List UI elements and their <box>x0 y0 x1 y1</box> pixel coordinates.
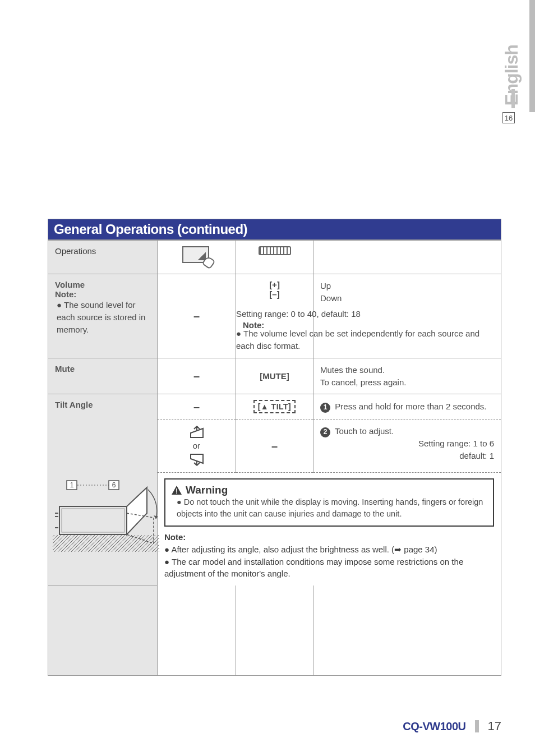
volume-range: Setting range: 0 to 40, default: 18 <box>236 308 494 320</box>
row-tilt2-touch: or <box>158 420 236 473</box>
row-tilt1-touch: – <box>158 394 236 420</box>
volume-up: Up <box>320 280 494 292</box>
svg-text:!: ! <box>176 487 178 495</box>
svg-rect-4 <box>62 509 124 532</box>
page-ref-box: 16 <box>502 112 515 123</box>
tilt-down-icon <box>188 453 205 467</box>
warning-title: ! Warning <box>171 484 487 496</box>
volume-note-body: The sound level for each source is store… <box>57 300 145 334</box>
row-warning-content: ! Warning ● Do not touch the unit while … <box>158 473 501 586</box>
step1-badge: 1 <box>320 403 330 413</box>
diagram-label-6: 6 <box>112 481 116 489</box>
mute-desc2: To cancel, press again. <box>320 376 494 389</box>
col-header-touch-icon <box>158 241 236 274</box>
warning-title-text: Warning <box>186 484 228 496</box>
tilt-step1: Press and hold for more than 2 seconds. <box>335 402 486 411</box>
volume-note2-body: The volume level can be set independentl… <box>236 329 479 351</box>
row-tilt-head: Tilt Angle <box>48 394 158 420</box>
row-tilt1-btn: [▲ TILT] <box>236 394 313 420</box>
svg-rect-2 <box>53 535 159 552</box>
row-volume-touch: – <box>158 274 236 358</box>
row-mute-btn: [MUTE] <box>236 358 313 394</box>
row-mute-head: Mute <box>48 358 158 394</box>
svg-rect-3 <box>59 506 127 534</box>
row-tilt2-btn: – <box>236 420 313 473</box>
svg-marker-8 <box>154 515 158 519</box>
page-number: 17 <box>488 719 501 734</box>
warning-note2: The car model and installation condition… <box>164 557 463 579</box>
volume-minus: [–] <box>243 289 306 299</box>
remote-control-icon <box>259 246 291 255</box>
row-mute-desc: Mutes the sound. To cancel, press again. <box>313 358 501 394</box>
side-gray-bar <box>529 0 535 112</box>
volume-plus: [+] <box>243 280 306 289</box>
col-header-operations: Operations <box>48 241 158 274</box>
tilt-default: default: 1 <box>320 450 494 462</box>
row-tilt-head-2 <box>48 420 158 473</box>
row-empty-head <box>48 586 158 675</box>
col-header-remote-icon <box>236 241 313 274</box>
tilt-step2: Touch to adjust. <box>335 426 394 436</box>
warning-body: Do not touch the unit while the display … <box>177 497 483 518</box>
mute-desc1: Mutes the sound. <box>320 364 494 376</box>
warning-triangle-icon: ! <box>171 485 182 495</box>
mute-title: Mute <box>55 364 75 374</box>
row-volume-head: Volume Note: ● The sound level for each … <box>48 274 158 358</box>
diagram-label-1: 1 <box>70 481 74 489</box>
row-empty-desc <box>313 586 501 675</box>
section-header: General Operations (continued) <box>48 219 501 240</box>
tilt-or: or <box>193 440 200 452</box>
model-number: CQ-VW100U <box>403 720 465 733</box>
row-mute-touch: – <box>158 358 236 394</box>
tilt-angle-diagram: 1 6 <box>53 476 159 555</box>
row-tilt2-desc: 2 Touch to adjust. Setting range: 1 to 6… <box>313 420 501 473</box>
tilt-btn-label: [▲ TILT] <box>253 400 296 413</box>
row-volume-desc: Up Down Setting range: 0 to 40, default:… <box>313 274 501 358</box>
warning-note-lead: Note: <box>164 531 494 543</box>
row-empty-btn <box>236 586 313 675</box>
volume-note-lead: Note: <box>55 289 76 299</box>
tilt-title: Tilt Angle <box>55 400 93 409</box>
col-header-desc <box>313 241 501 274</box>
row-warning-head: 1 6 <box>48 473 158 586</box>
operations-table: Operations Volume Note: ● The sound leve… <box>48 240 501 676</box>
tilt-up-icon <box>188 425 205 439</box>
mute-btn-label: [MUTE] <box>260 371 289 381</box>
model-bar <box>475 720 479 732</box>
tilt-range: Setting range: 1 to 6 <box>320 437 494 450</box>
volume-title: Volume <box>55 280 85 289</box>
volume-down: Down <box>320 292 494 305</box>
warning-box: ! Warning ● Do not touch the unit while … <box>164 478 494 527</box>
row-tilt1-desc: 1 Press and hold for more than 2 seconds… <box>313 394 501 420</box>
step2-badge: 2 <box>320 427 330 437</box>
language-tab-accent <box>511 89 515 108</box>
row-empty-touch <box>158 586 236 675</box>
warning-note1: After adjusting its angle, also adjust t… <box>171 545 437 554</box>
page-footer: CQ-VW100U 17 <box>48 719 501 734</box>
touch-panel-icon <box>182 246 211 266</box>
